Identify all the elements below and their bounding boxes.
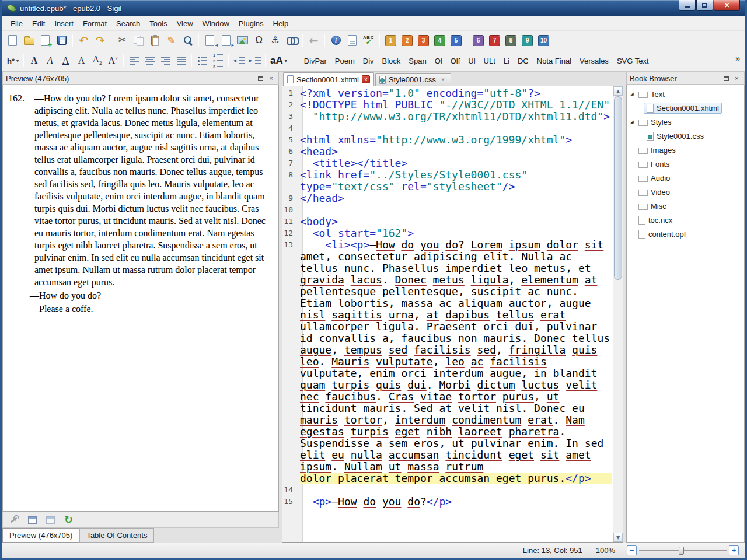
tag-button-div[interactable]: Div	[359, 54, 378, 68]
back-icon[interactable]: ←	[306, 33, 322, 48]
maximize-button[interactable]	[696, 0, 713, 11]
heading-style-button[interactable]: h*▾	[5, 53, 21, 69]
menu-edit[interactable]: Edit	[27, 18, 50, 30]
menu-plugins[interactable]: Plugins	[234, 18, 268, 30]
insert-image-icon[interactable]	[235, 33, 250, 48]
menu-view[interactable]: View	[172, 18, 198, 30]
save-icon[interactable]	[54, 33, 69, 48]
menu-format[interactable]: Format	[78, 18, 111, 30]
editor-scrollbar[interactable]: ▲ ▼	[613, 86, 623, 542]
tag-button-svg-text[interactable]: SVG Text	[613, 54, 652, 68]
align-right-button[interactable]	[158, 53, 173, 69]
tree-item-style0001-css[interactable]: Style0001.css	[627, 129, 744, 143]
align-center-button[interactable]	[142, 53, 158, 69]
code-line-text[interactable]	[298, 484, 613, 496]
scroll-up-icon[interactable]: ▲	[613, 86, 623, 96]
tag-button-ol[interactable]: Ol	[431, 54, 446, 68]
scroll-down-icon[interactable]: ▼	[613, 533, 623, 542]
code-line-text[interactable]: <body>	[298, 216, 613, 228]
add-existing-files-icon[interactable]: +	[37, 33, 53, 48]
preview-content[interactable]: 162. —How do you do? Lorem ipsum dolor s…	[2, 85, 279, 512]
menu-window[interactable]: Window	[198, 18, 234, 30]
tree-folder-styles[interactable]: ◢Styles	[627, 115, 744, 129]
cut-icon[interactable]: ✂	[114, 33, 130, 48]
code-line-text[interactable]: <title></title>	[298, 158, 613, 169]
heading-5-icon[interactable]: 5	[448, 33, 464, 48]
tree-folder-text[interactable]: ◢Text	[627, 87, 744, 101]
insert-id-icon[interactable]: ⚓	[267, 33, 283, 48]
heading-8-icon[interactable]: 8	[503, 33, 519, 48]
heading-9-icon[interactable]: 9	[519, 33, 535, 48]
tag-button-versales[interactable]: Versales	[576, 54, 612, 68]
zoom-slider[interactable]	[639, 545, 727, 556]
zoom-in-button[interactable]: +	[729, 545, 739, 555]
tree-folder-fonts[interactable]: Fonts	[627, 157, 744, 171]
code-line-text[interactable]: <link href="../Styles/Style0001.css" typ…	[298, 169, 613, 192]
toolbar-overflow-button[interactable]: »	[733, 52, 742, 64]
tag-button-span[interactable]: Span	[405, 54, 430, 68]
scrollbar-thumb[interactable]	[614, 96, 622, 280]
tag-button-nota-final[interactable]: Nota Final	[533, 54, 575, 68]
metadata-editor-icon[interactable]: i	[328, 33, 344, 48]
refresh-preview-icon[interactable]: ↻	[61, 512, 76, 528]
zoom-slider-handle[interactable]	[679, 547, 684, 555]
tree-folder-images[interactable]: Images	[627, 143, 744, 157]
tag-button-ult[interactable]: ULt	[480, 54, 499, 68]
superscript-button[interactable]: A2	[105, 53, 121, 69]
tree-folder-misc[interactable]: Misc	[627, 199, 744, 213]
insert-special-character-icon[interactable]: Ω	[251, 33, 267, 48]
numbered-list-button[interactable]: 123	[210, 53, 226, 69]
align-justify-button[interactable]	[173, 53, 189, 69]
code-line-text[interactable]	[298, 123, 613, 134]
tag-button-block[interactable]: Block	[379, 54, 404, 68]
float-panel-icon[interactable]	[722, 74, 731, 83]
heading-2-icon[interactable]: 2	[399, 33, 415, 48]
code-editor[interactable]: 1<?xml version="1.0" encoding="utf-8"?>2…	[282, 86, 613, 542]
menu-tools[interactable]: Tools	[145, 18, 172, 30]
heading-6-icon[interactable]: 6	[470, 33, 486, 48]
minimize-button[interactable]	[679, 0, 696, 11]
spellcheck-icon[interactable]: ABC✔	[361, 33, 376, 48]
code-line-text[interactable]: "http://www.w3.org/TR/xhtml11/DTD/xhtml1…	[298, 111, 613, 123]
menu-insert[interactable]: Insert	[50, 18, 78, 30]
menu-file[interactable]: File	[6, 18, 27, 30]
tag-button-poem[interactable]: Poem	[331, 54, 358, 68]
tree-folder-audio[interactable]: Audio	[627, 171, 744, 185]
align-left-button[interactable]	[126, 53, 142, 69]
code-line-text[interactable]: </head>	[298, 192, 613, 204]
menu-search[interactable]: Search	[111, 18, 145, 30]
indent-button[interactable]: ▸	[247, 53, 263, 69]
code-line-text[interactable]: <html xmlns="http://www.w3.org/1999/xhtm…	[298, 134, 613, 146]
italic-button[interactable]: A	[42, 53, 58, 69]
redo-icon[interactable]: ↷	[92, 33, 108, 48]
undo-icon[interactable]: ↶	[76, 33, 92, 48]
tag-button-ul[interactable]: Ul	[465, 54, 479, 68]
title-bar[interactable]: untitled.epub* - epub2.0 - Sigil ×	[2, 0, 745, 16]
tree-folder-video[interactable]: Video	[627, 185, 744, 199]
expand-arrow-icon[interactable]: ◢	[629, 120, 636, 124]
find-replace-icon[interactable]	[180, 33, 196, 48]
tab-table-of-contents[interactable]: Table Of Contents	[79, 528, 154, 542]
bold-button[interactable]: A	[26, 53, 42, 69]
reports-icon[interactable]	[344, 33, 360, 48]
insert-split-marker-icon[interactable]: ▸	[218, 33, 234, 48]
copy-icon[interactable]	[131, 33, 146, 48]
code-line-text[interactable]	[298, 204, 613, 216]
code-line-text[interactable]: <li><p>—How do you do? Lorem ipsum dolor…	[298, 239, 613, 484]
float-panel-icon[interactable]	[256, 74, 265, 83]
tab-section0001-xhtml[interactable]: Section0001.xhtml ×	[283, 72, 374, 86]
menu-help[interactable]: Help	[268, 18, 294, 30]
close-panel-icon[interactable]: ×	[732, 74, 741, 83]
outdent-button[interactable]: ◂	[231, 53, 247, 69]
code-line-text[interactable]: <ol start="162">	[298, 228, 613, 239]
tag-button-olf[interactable]: Olf	[447, 54, 464, 68]
scrollbar-track[interactable]	[613, 96, 623, 533]
heading-7-icon[interactable]: 7	[487, 33, 502, 48]
code-line-text[interactable]: <head>	[298, 146, 613, 158]
insert-link-icon[interactable]	[284, 33, 299, 48]
code-line-text[interactable]: <!DOCTYPE html PUBLIC "-//W3C//DTD XHTML…	[298, 99, 613, 111]
close-panel-icon[interactable]: ×	[267, 74, 275, 83]
code-line-text[interactable]: <p>—How do you do?</p>	[298, 496, 613, 508]
tab-style0001-css[interactable]: Style0001.css ×	[375, 73, 451, 86]
preview-window-2-icon[interactable]	[43, 512, 58, 528]
